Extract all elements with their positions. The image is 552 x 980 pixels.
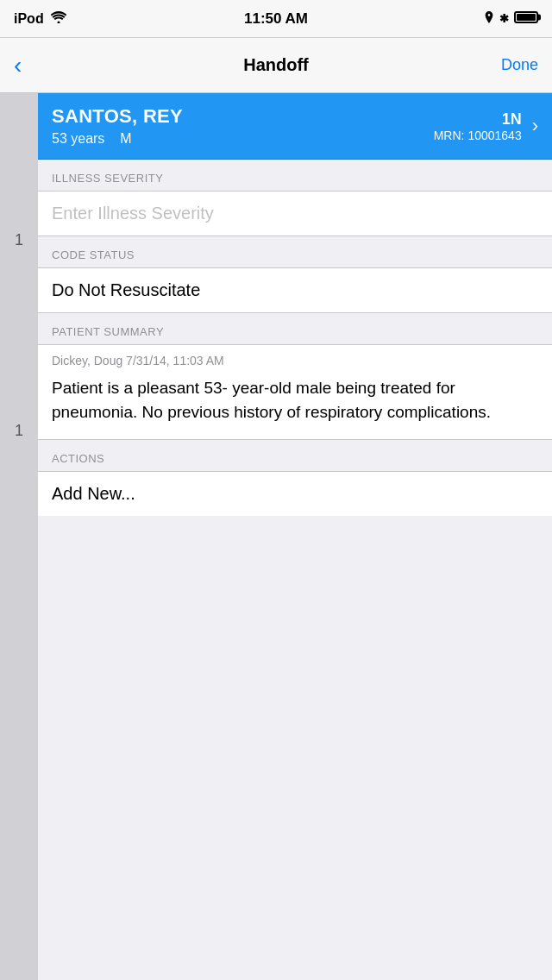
add-new-button[interactable]: Add New... [38,471,552,516]
mrn-label: MRN: 10001643 [434,129,522,142]
patient-summary-header: PATIENT SUMMARY [38,313,552,344]
summary-author: Dickey, Doug 7/31/14, 11:03 AM [52,354,224,368]
patient-ward: 1N MRN: 10001643 [434,110,522,142]
illness-severity-body[interactable]: Enter Illness Severity [38,191,552,236]
illness-severity-row[interactable]: Enter Illness Severity [38,192,552,236]
left-sidebar: 1 1 [0,93,38,980]
main-content: SANTOS, REY 53 years M 1N MRN: 10001643 … [38,93,552,980]
ward-label: 1N [434,110,522,129]
page-title: Handoff [243,55,309,75]
actions-section: ACTIONS Add New... [38,440,552,516]
nav-bar: ‹ Handoff Done [0,38,552,93]
code-status-body[interactable]: Do Not Resuscitate [38,267,552,313]
patient-header[interactable]: SANTOS, REY 53 years M 1N MRN: 10001643 … [38,93,552,160]
add-new-label: Add New... [52,484,135,503]
illness-severity-section: ILLNESS SEVERITY Enter Illness Severity [38,160,552,236]
actions-label: ACTIONS [52,452,104,465]
sidebar-number-1: 1 [15,231,23,249]
summary-text[interactable]: Patient is a pleasant 53- year-old male … [38,371,552,440]
illness-severity-value: Enter Illness Severity [52,204,214,223]
code-status-header: CODE STATUS [38,236,552,267]
actions-header: ACTIONS [38,440,552,471]
patient-demographics: 53 years M [52,131,434,147]
illness-severity-header: ILLNESS SEVERITY [38,160,552,191]
back-button[interactable]: ‹ [14,50,28,81]
patient-age: 53 years [52,131,104,146]
illness-severity-label: ILLNESS SEVERITY [52,172,163,185]
patient-info: SANTOS, REY 53 years M [52,105,434,147]
wifi-icon [51,11,66,26]
status-time: 11:50 AM [244,10,308,28]
patient-summary-label: PATIENT SUMMARY [52,325,164,338]
chevron-right-icon: › [532,115,538,137]
sidebar-number-2: 1 [15,422,23,440]
status-bar: iPod 11:50 AM ✱ [0,0,552,38]
bluetooth-icon: ✱ [499,12,509,25]
code-status-section: CODE STATUS Do Not Resuscitate [38,236,552,313]
battery-icon [514,11,538,27]
patient-name: SANTOS, REY [52,105,434,128]
summary-meta: Dickey, Doug 7/31/14, 11:03 AM [38,344,552,371]
patient-gender: M [120,131,131,146]
location-icon [484,11,494,26]
carrier-label: iPod [14,11,44,27]
main-layout: 1 1 SANTOS, REY 53 years M 1N MRN: 10001… [0,93,552,980]
code-status-row[interactable]: Do Not Resuscitate [38,268,552,312]
done-button[interactable]: Done [501,56,538,74]
code-status-label: CODE STATUS [52,248,135,261]
status-right: ✱ [484,11,538,27]
code-status-value: Do Not Resuscitate [52,280,200,299]
patient-summary-section: PATIENT SUMMARY Dickey, Doug 7/31/14, 11… [38,313,552,440]
status-left: iPod [14,11,66,27]
patient-right: 1N MRN: 10001643 › [434,110,538,142]
